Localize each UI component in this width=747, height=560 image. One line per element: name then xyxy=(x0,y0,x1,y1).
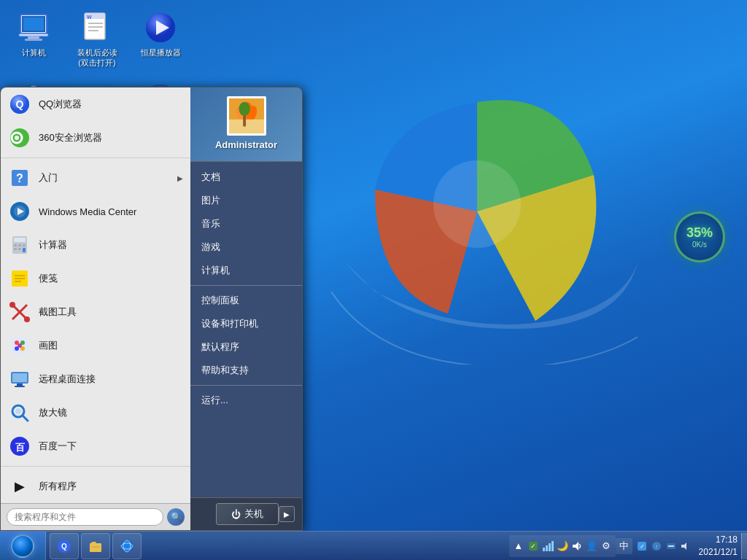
start-menu-item-snipping[interactable]: 截图工具 xyxy=(1,295,190,329)
svg-rect-7 xyxy=(23,18,44,31)
remote-desktop-label: 远程桌面连接 xyxy=(39,373,183,386)
speed-percent: 35% xyxy=(686,225,713,241)
svg-rect-3 xyxy=(28,36,39,39)
start-menu-item-calculator[interactable]: 计算器 xyxy=(1,228,190,262)
tray-user-icon[interactable]: 👤 xyxy=(585,540,598,553)
svg-rect-61 xyxy=(12,373,27,382)
svg-rect-62 xyxy=(17,384,23,386)
system-clock: 17:18 2021/12/1 xyxy=(695,534,741,559)
right-item-default-programs[interactable]: 默认程序 xyxy=(190,335,302,359)
taskbar-explorer-icon xyxy=(88,538,104,554)
start-menu-item-paint[interactable]: 画图 xyxy=(1,329,190,362)
right-item-pictures[interactable]: 图片 xyxy=(190,189,302,212)
right-item-documents[interactable]: 文档 xyxy=(190,166,302,189)
svg-text:↑: ↑ xyxy=(655,544,658,549)
speed-unit: 0K/s xyxy=(692,241,707,249)
taskbar-item-qq-browser[interactable]: Q xyxy=(50,533,79,559)
show-desktop-button[interactable] xyxy=(741,533,747,559)
svg-rect-63 xyxy=(15,386,25,387)
right-item-devices-printers[interactable]: 设备和打印机 xyxy=(190,312,302,335)
taskbar-ie-icon xyxy=(119,538,135,554)
start-menu-item-sticky-notes[interactable]: 便笺 xyxy=(1,262,190,295)
start-menu-divider-2 xyxy=(1,466,190,467)
tray-volume-icon[interactable] xyxy=(570,540,584,553)
start-menu-item-all-programs[interactable]: ▶ 所有程序 xyxy=(1,470,190,503)
post-install-icon-label: 装机后必读(双击打开) xyxy=(74,47,120,69)
taskbar-item-explorer[interactable] xyxy=(81,533,110,559)
svg-point-53 xyxy=(24,316,30,322)
baidu-icon: 百 xyxy=(8,435,31,458)
start-menu: Q QQ浏览器 360安全浏览器 xyxy=(0,87,303,531)
svg-rect-43 xyxy=(14,248,17,250)
start-menu-left: Q QQ浏览器 360安全浏览器 xyxy=(1,88,190,530)
tray-shield-icon[interactable]: ✓ xyxy=(527,540,540,553)
start-menu-item-intro[interactable]: ? 入门 ▶ xyxy=(1,161,190,195)
shutdown-row: ⏻ 关机 ▶ xyxy=(190,497,302,530)
tray-extra-icon-1[interactable]: ✓ xyxy=(635,540,649,553)
user-avatar-image xyxy=(229,98,264,133)
start-menu-item-qq-browser[interactable]: Q QQ浏览器 xyxy=(1,88,190,121)
desktop-icon-computer[interactable]: 计算机 xyxy=(7,7,60,71)
intro-icon: ? xyxy=(8,166,31,190)
wmc-icon xyxy=(8,200,31,223)
taskbar-qq-icon: Q xyxy=(56,538,72,554)
right-item-games[interactable]: 游戏 xyxy=(190,236,302,259)
desktop-icon-post-install[interactable]: W 装机后必读(双击打开) xyxy=(71,7,123,71)
baidu-label: 百度一下 xyxy=(39,440,183,453)
qq-browser-icon: Q xyxy=(8,93,31,116)
tray-gear-icon[interactable]: ⚙ xyxy=(600,540,613,553)
tray-volume-2-icon[interactable] xyxy=(679,540,692,553)
right-item-computer[interactable]: 计算机 xyxy=(190,259,302,282)
svg-point-0 xyxy=(433,160,521,248)
start-menu-item-wmc[interactable]: Windows Media Center xyxy=(1,195,190,228)
tray-moon-icon[interactable]: 🌙 xyxy=(556,540,569,553)
sticky-notes-label: 便笺 xyxy=(39,272,183,285)
svg-rect-44 xyxy=(18,248,21,250)
intro-label: 入门 xyxy=(39,171,170,184)
svg-text:百: 百 xyxy=(15,442,26,453)
right-item-control-panel[interactable]: 控制面板 xyxy=(190,289,302,312)
shutdown-arrow[interactable]: ▶ xyxy=(279,506,295,522)
tray-notify-area: ▲ ✓ 🌙 xyxy=(509,535,616,557)
360-browser-label: 360安全浏览器 xyxy=(39,131,183,144)
hengxing-icon xyxy=(143,10,178,45)
right-divider-2 xyxy=(190,385,302,386)
start-button[interactable] xyxy=(0,532,46,561)
start-menu-item-360-browser[interactable]: 360安全浏览器 xyxy=(1,121,190,155)
clock-time: 17:18 xyxy=(699,534,738,546)
tray-extra-icon-2[interactable]: ↑ xyxy=(650,540,663,553)
hengxing-icon-label: 恒星播放器 xyxy=(141,47,181,58)
tray-extra-icon-3[interactable] xyxy=(665,540,678,553)
start-menu-item-baidu[interactable]: 百 百度一下 xyxy=(1,429,190,463)
svg-point-52 xyxy=(9,302,15,308)
language-indicator[interactable]: 中 xyxy=(616,538,632,554)
start-menu-body: Q QQ浏览器 360安全浏览器 xyxy=(1,88,302,530)
svg-text:W: W xyxy=(87,15,92,20)
desktop-icon-row-1: 计算机 W 装机后必读(双击打开) xyxy=(7,7,187,71)
right-item-music[interactable]: 音乐 xyxy=(190,212,302,236)
svg-point-82 xyxy=(121,540,133,552)
paint-icon xyxy=(8,334,31,357)
svg-text:✓: ✓ xyxy=(639,543,644,550)
user-avatar[interactable] xyxy=(227,96,266,136)
shutdown-icon: ⏻ xyxy=(231,509,241,520)
tray-network-icon[interactable] xyxy=(541,540,554,553)
right-item-help-support[interactable]: 帮助和支持 xyxy=(190,359,302,382)
start-menu-item-remote-desktop[interactable]: 远程桌面连接 xyxy=(1,362,190,396)
shutdown-button[interactable]: ⏻ 关机 xyxy=(216,503,279,525)
search-input[interactable] xyxy=(7,508,163,526)
tray-expand-icon[interactable]: ▲ xyxy=(512,540,525,553)
taskbar-item-ie[interactable] xyxy=(112,533,142,559)
search-button[interactable]: 🔍 xyxy=(167,508,185,526)
desktop-icon-hengxing[interactable]: 恒星播放器 xyxy=(134,7,187,71)
clock-date: 2021/12/1 xyxy=(699,546,738,559)
start-menu-item-magnifier[interactable]: 放大镜 xyxy=(1,396,190,429)
paint-label: 画图 xyxy=(39,339,183,352)
shutdown-label: 关机 xyxy=(244,508,263,521)
search-bar: 🔍 xyxy=(1,503,190,530)
windows-logo xyxy=(331,58,638,365)
svg-rect-87 xyxy=(543,548,545,551)
svg-rect-42 xyxy=(23,244,26,246)
svg-text:✓: ✓ xyxy=(530,542,536,550)
right-item-run[interactable]: 运行... xyxy=(190,389,302,412)
